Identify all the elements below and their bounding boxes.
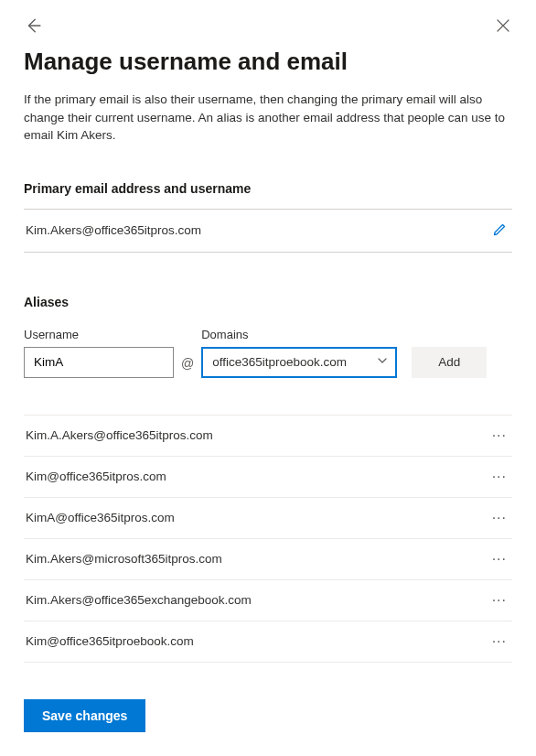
- panel-top-bar: [24, 16, 512, 35]
- alias-email: Kim@office365itproebook.com: [26, 634, 194, 648]
- alias-email: Kim.Akers@microsoft365itpros.com: [26, 552, 222, 566]
- alias-row: Kim.Akers@microsoft365itpros.com ···: [24, 539, 512, 580]
- edit-primary-button[interactable]: [492, 222, 509, 239]
- username-input[interactable]: [24, 347, 174, 378]
- domains-label: Domains: [201, 328, 397, 341]
- alias-more-button[interactable]: ···: [490, 592, 509, 609]
- alias-more-button[interactable]: ···: [490, 427, 509, 444]
- alias-more-button[interactable]: ···: [490, 551, 509, 567]
- alias-row: Kim@office365itpros.com ···: [24, 457, 512, 498]
- primary-email-value: Kim.Akers@office365itpros.com: [26, 223, 201, 237]
- aliases-section-label: Aliases: [24, 295, 512, 309]
- add-button[interactable]: Add: [412, 347, 487, 378]
- alias-email: Kim.Akers@office365exchangebook.com: [26, 593, 252, 607]
- pencil-icon: [492, 222, 507, 237]
- alias-email: KimA@office365itpros.com: [26, 511, 175, 524]
- domain-selected-value: office365itproebook.com: [212, 355, 347, 369]
- arrow-left-icon: [25, 17, 41, 34]
- alias-row: Kim@office365itproebook.com ···: [24, 621, 512, 663]
- alias-more-button[interactable]: ···: [490, 633, 509, 650]
- primary-section-label: Primary email address and username: [24, 181, 512, 196]
- close-button[interactable]: [494, 16, 512, 35]
- alias-row: KimA@office365itpros.com ···: [24, 498, 512, 539]
- page-title: Manage username and email: [24, 48, 512, 76]
- primary-email-row: Kim.Akers@office365itpros.com: [24, 209, 512, 253]
- save-changes-button[interactable]: Save changes: [24, 699, 145, 732]
- alias-email: Kim@office365itpros.com: [26, 470, 166, 483]
- username-label: Username: [24, 328, 174, 341]
- alias-more-button[interactable]: ···: [490, 510, 509, 526]
- page-description: If the primary email is also their usern…: [24, 91, 512, 145]
- alias-more-button[interactable]: ···: [490, 469, 509, 485]
- alias-email: Kim.A.Akers@office365itpros.com: [26, 428, 213, 442]
- back-button[interactable]: [24, 16, 42, 35]
- alias-input-row: Username @ Domains office365itproebook.c…: [24, 328, 512, 378]
- at-symbol: @: [181, 356, 194, 378]
- alias-row: Kim.Akers@office365exchangebook.com ···: [24, 580, 512, 621]
- alias-list: Kim.A.Akers@office365itpros.com ··· Kim@…: [24, 415, 512, 663]
- domains-select[interactable]: office365itproebook.com: [201, 347, 397, 378]
- chevron-down-icon: [377, 355, 388, 369]
- close-icon: [497, 19, 509, 32]
- alias-row: Kim.A.Akers@office365itpros.com ···: [24, 416, 512, 457]
